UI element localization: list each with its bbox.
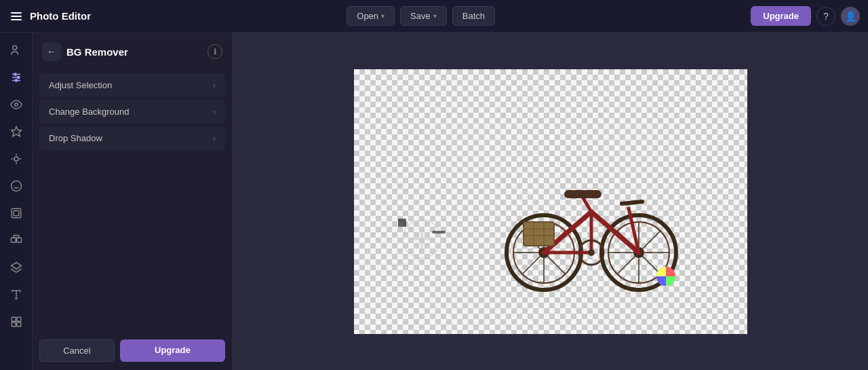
sidebar-icon-layers[interactable] — [4, 255, 28, 280]
header-left: Photo Editor — [8, 10, 91, 23]
save-button[interactable]: Save ▾ — [400, 6, 447, 26]
svg-rect-30 — [12, 322, 16, 327]
svg-rect-29 — [16, 317, 20, 321]
header-right: Upgrade ? 👤 — [751, 6, 860, 26]
cancel-button[interactable]: Cancel — [39, 339, 115, 362]
svg-rect-31 — [16, 322, 20, 327]
svg-point-55 — [588, 249, 595, 256]
drop-shadow-arrow-icon: › — [213, 134, 216, 143]
svg-rect-24 — [14, 236, 19, 238]
bicycle-image — [490, 158, 693, 293]
info-symbol: ℹ — [214, 47, 217, 56]
upgrade-button[interactable]: Upgrade — [751, 6, 811, 26]
svg-rect-20 — [12, 208, 21, 218]
panel: ← BG Remover ℹ Adjust Selection › Change… — [33, 33, 233, 370]
change-background-item[interactable]: Change Background › — [39, 100, 225, 124]
drop-shadow-label: Drop Shadow — [49, 133, 102, 143]
sidebar-icon-text[interactable] — [4, 282, 28, 307]
help-symbol: ? — [823, 11, 829, 22]
panel-items: Adjust Selection › Change Background › D… — [33, 68, 232, 155]
open-button[interactable]: Open ▾ — [347, 6, 395, 26]
svg-rect-65 — [398, 219, 406, 227]
upgrade-panel-button[interactable]: Upgrade — [120, 339, 225, 362]
panel-title: BG Remover — [66, 46, 202, 58]
batch-label: Batch — [462, 11, 485, 21]
open-label: Open — [357, 11, 378, 21]
info-icon[interactable]: ℹ — [208, 44, 222, 59]
panel-header: ← BG Remover ℹ — [33, 33, 232, 68]
scattered-items: SAMPLE — [374, 198, 510, 280]
sidebar-icon-magic[interactable] — [4, 119, 28, 144]
svg-rect-51 — [564, 190, 601, 198]
svg-point-6 — [17, 77, 19, 79]
change-background-arrow-icon: › — [213, 107, 216, 117]
svg-point-9 — [15, 79, 17, 81]
panel-footer: Cancel Upgrade — [33, 331, 232, 370]
menu-icon[interactable] — [8, 10, 24, 23]
app-title: Photo Editor — [30, 10, 91, 22]
svg-rect-23 — [16, 238, 21, 242]
svg-point-12 — [14, 157, 18, 161]
change-background-label: Change Background — [49, 107, 130, 117]
back-button[interactable]: ← — [42, 42, 61, 61]
svg-rect-21 — [14, 210, 19, 216]
sidebar-icon-people[interactable] — [4, 38, 28, 62]
adjust-selection-label: Adjust Selection — [49, 80, 112, 90]
svg-rect-56 — [524, 222, 554, 246]
svg-rect-28 — [12, 317, 16, 321]
svg-marker-25 — [11, 263, 21, 270]
back-icon: ← — [47, 46, 56, 57]
profile-icon[interactable]: 👤 — [841, 7, 860, 26]
svg-marker-11 — [11, 127, 21, 136]
sidebar-icon-face[interactable] — [4, 174, 28, 198]
svg-rect-66 — [432, 231, 446, 234]
adjust-selection-item[interactable]: Adjust Selection › — [39, 73, 225, 97]
save-label: Save — [410, 11, 431, 21]
sidebar-icon-frames[interactable] — [4, 201, 28, 225]
svg-point-3 — [14, 73, 16, 75]
header-center: Open ▾ Save ▾ Batch — [91, 6, 751, 26]
canvas-area: SAMPLE — [233, 33, 868, 370]
drop-shadow-item[interactable]: Drop Shadow › — [39, 126, 225, 150]
sidebar-icon-group[interactable] — [4, 228, 28, 253]
header: Photo Editor Open ▾ Save ▾ Batch Upgrade… — [0, 0, 868, 33]
svg-point-17 — [11, 181, 21, 191]
main-area: ← BG Remover ℹ Adjust Selection › Change… — [0, 33, 868, 370]
open-chevron-icon: ▾ — [381, 12, 384, 20]
svg-text:SAMPLE: SAMPLE — [388, 261, 410, 267]
adjust-selection-arrow-icon: › — [213, 81, 216, 90]
help-icon[interactable]: ? — [816, 7, 835, 26]
profile-symbol: 👤 — [845, 11, 856, 22]
svg-point-10 — [14, 103, 18, 107]
sidebar-icon-effects[interactable] — [4, 147, 28, 171]
canvas-container: SAMPLE — [354, 69, 747, 334]
sidebar-icon-adjustments[interactable] — [4, 65, 28, 90]
sidebar-icon-plugins[interactable] — [4, 310, 28, 334]
svg-point-0 — [12, 45, 16, 50]
left-sidebar — [0, 33, 33, 370]
save-chevron-icon: ▾ — [433, 12, 437, 20]
batch-button[interactable]: Batch — [452, 6, 495, 26]
svg-rect-22 — [11, 238, 16, 242]
svg-line-53 — [622, 202, 642, 204]
sidebar-icon-eye[interactable] — [4, 92, 28, 117]
